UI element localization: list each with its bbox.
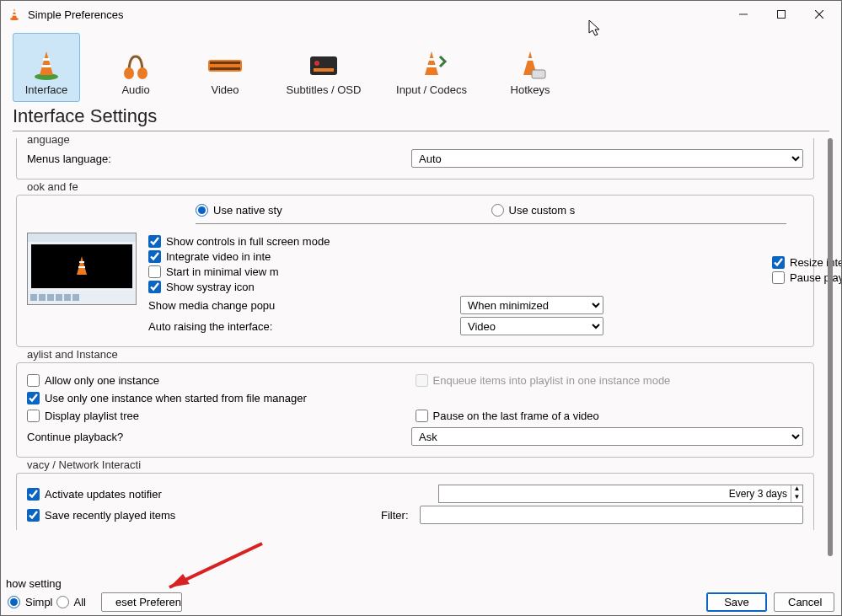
checkbox-label: Save recently played items: [45, 509, 175, 522]
tab-label: Subtitles / OSD: [287, 83, 362, 96]
menus-language-label: Menus language:: [27, 153, 411, 165]
update-interval-spinner[interactable]: Every 3 days ▲▼: [438, 485, 803, 503]
interface-tab-icon: [28, 46, 65, 83]
checkbox-label: Show controls in full screen mode: [166, 235, 330, 248]
tab-interface[interactable]: Interface: [13, 33, 80, 102]
enqueue-checkbox[interactable]: Enqueue items into playlist in one insta…: [416, 374, 671, 387]
tab-video[interactable]: Video: [191, 33, 259, 102]
tab-label: Hotkeys: [511, 83, 550, 96]
svg-marker-20: [425, 51, 438, 75]
page-heading: Interface Settings: [1, 102, 841, 129]
checkbox-label: Resize interface to video s: [790, 256, 842, 269]
svg-marker-9: [40, 51, 53, 75]
title-bar: Simple Preferences: [1, 1, 841, 28]
checkbox-label: Enqueue items into playlist in one insta…: [433, 374, 671, 387]
codecs-tab-icon: [413, 46, 450, 83]
svg-rect-22: [427, 65, 437, 67]
hotkeys-tab-icon: [512, 46, 549, 83]
continue-playback-label: Continue playback?: [27, 431, 411, 443]
menus-language-select[interactable]: Auto: [411, 149, 803, 168]
svg-point-19: [314, 61, 319, 66]
group-language: anguage Menus language: Auto: [16, 138, 814, 179]
minimize-button[interactable]: [724, 2, 762, 27]
filter-label: Filter:: [381, 509, 420, 522]
svg-rect-18: [314, 68, 334, 72]
svg-rect-15: [210, 62, 240, 64]
tab-label: Video: [211, 83, 239, 96]
svg-marker-30: [169, 574, 190, 587]
cancel-button[interactable]: Cancel: [774, 592, 834, 612]
systray-checkbox[interactable]: Show systray icon: [148, 281, 255, 293]
save-button[interactable]: Save: [706, 592, 767, 612]
subtitles-tab-icon: [305, 46, 342, 83]
group-look-and-feel: ook and fe Use native sty Use custom s S…: [16, 195, 814, 347]
tab-label: Interface: [25, 83, 68, 96]
custom-style-radio[interactable]: Use custom s: [491, 204, 787, 217]
svg-rect-16: [210, 67, 240, 70]
media-change-select[interactable]: When minimized: [460, 296, 603, 314]
svg-rect-28: [78, 266, 85, 268]
group-privacy-network: vacy / Network Interacti Activate update…: [16, 473, 814, 530]
auto-raising-label: Auto raising the interface:: [148, 320, 460, 333]
tab-input-codecs[interactable]: Input / Codecs: [389, 33, 475, 102]
radio-label: All: [74, 596, 86, 608]
tab-hotkeys[interactable]: Hotkeys: [496, 33, 564, 102]
svg-rect-10: [43, 58, 50, 61]
category-toolbar: Interface Audio Video Subtitles / OSD In…: [1, 28, 841, 102]
show-settings-legend: how setting: [6, 577, 62, 590]
save-recent-checkbox[interactable]: Save recently played items: [27, 509, 381, 522]
show-controls-checkbox[interactable]: Show controls in full screen mode: [148, 235, 330, 248]
checkbox-label: Pause playback when min: [790, 271, 842, 284]
vlc-cone-icon: [8, 8, 21, 21]
svg-point-13: [137, 67, 147, 79]
integrate-video-checkbox[interactable]: Integrate video in inte: [148, 250, 271, 263]
maximize-button[interactable]: [762, 2, 800, 27]
radio-label: Simpl: [25, 596, 53, 608]
video-tab-icon: [206, 46, 244, 83]
only-one-instance-checkbox[interactable]: Allow only one instance: [27, 374, 159, 387]
reset-preferences-button[interactable]: eset Preference: [101, 592, 182, 612]
group-legend: ook and fe: [24, 180, 82, 193]
checkbox-label: Display playlist tree: [45, 410, 139, 422]
media-change-label: Show media change popu: [148, 299, 460, 312]
pause-last-frame-checkbox[interactable]: Pause on the last frame of a video: [416, 410, 599, 422]
svg-rect-17: [310, 56, 337, 75]
start-minimal-checkbox[interactable]: Start in minimal view m: [148, 265, 279, 278]
activate-updates-checkbox[interactable]: Activate updates notifier: [27, 488, 438, 501]
svg-rect-25: [532, 70, 545, 78]
group-legend: aylist and Instance: [24, 348, 121, 361]
filter-input[interactable]: [420, 506, 803, 524]
radio-label: Use native sty: [213, 204, 282, 217]
checkbox-label: Allow only one instance: [45, 374, 159, 387]
continue-playback-select[interactable]: Ask: [411, 427, 803, 446]
radio-label: Use custom s: [509, 204, 576, 217]
svg-rect-24: [527, 58, 534, 61]
svg-rect-2: [13, 14, 17, 16]
native-style-radio[interactable]: Use native sty: [196, 204, 491, 217]
checkbox-label: Activate updates notifier: [45, 488, 162, 501]
group-legend: vacy / Network Interacti: [24, 458, 144, 471]
svg-marker-0: [12, 8, 17, 19]
svg-rect-1: [13, 11, 15, 13]
tab-audio[interactable]: Audio: [102, 33, 169, 102]
all-settings-radio[interactable]: All: [56, 596, 86, 608]
preview-thumbnail: [27, 233, 137, 338]
vertical-scrollbar[interactable]: [828, 138, 833, 556]
close-button[interactable]: [800, 2, 838, 27]
settings-scroll-area: anguage Menus language: Auto ook and fe …: [13, 138, 833, 556]
spinner-down-icon[interactable]: ▼: [791, 494, 802, 502]
svg-rect-27: [79, 261, 84, 263]
checkbox-label: Integrate video in inte: [166, 250, 271, 263]
tab-label: Audio: [121, 83, 149, 96]
display-tree-checkbox[interactable]: Display playlist tree: [27, 410, 139, 422]
group-legend: anguage: [24, 133, 73, 146]
group-playlist-instances: aylist and Instance Allow only one insta…: [16, 362, 814, 458]
spinner-value: Every 3 days: [439, 488, 791, 500]
svg-rect-11: [42, 65, 51, 67]
simple-settings-radio[interactable]: Simpl: [8, 596, 53, 608]
svg-rect-5: [777, 11, 785, 19]
tab-subtitles[interactable]: Subtitles / OSD: [281, 33, 367, 102]
one-instance-fm-checkbox[interactable]: Use only one instance when started from …: [27, 392, 307, 404]
svg-rect-21: [428, 58, 435, 61]
auto-raising-select[interactable]: Video: [460, 317, 603, 335]
